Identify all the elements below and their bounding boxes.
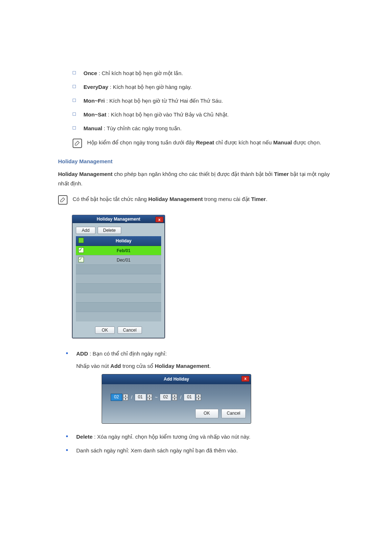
holiday-management-window: Holiday Management x Add Delete Holiday … — [72, 215, 165, 338]
holiday-header: Holiday — [86, 236, 161, 246]
hm-toolbar: Add Delete — [72, 223, 165, 236]
add-description: ADD : Bạn có thể chỉ định ngày nghỉ: Nhấ… — [65, 349, 334, 424]
ah-footer: OK Cancel — [102, 409, 251, 423]
cancel-button[interactable]: Cancel — [221, 409, 246, 418]
ah-body: 02 ▴▾ / 01 ▴▾ ~ 02 ▴▾ / 01 ▴▾ — [102, 384, 251, 409]
hm-titlebar: Holiday Management x — [72, 215, 165, 223]
select-all-checkbox[interactable] — [78, 238, 84, 243]
ok-button[interactable]: OK — [95, 327, 115, 334]
holiday-actions-list: ADD : Bạn có thể chỉ định ngày nghỉ: Nhấ… — [58, 349, 334, 455]
note-holiday-toggle: Có thể bật hoặc tắt chức năng Holiday Ma… — [58, 194, 334, 205]
option-once: Once : Chỉ kích hoạt bộ hẹn giờ một lần. — [73, 69, 334, 78]
option-mon-sat: Mon~Sat : Kích hoạt bộ hẹn giờ vào Thứ B… — [73, 110, 334, 119]
start-month-spinner[interactable]: ▴▾ — [123, 394, 128, 401]
cancel-button[interactable]: Cancel — [118, 327, 142, 334]
option-desc: : Kích hoạt bộ hẹn giờ vào Thứ Bảy và Ch… — [106, 111, 229, 118]
delete-description: Delete : Xóa ngày nghỉ. chọn hộp kiểm tư… — [65, 432, 334, 441]
add-holiday-window: Add Holiday x 02 ▴▾ / 01 ▴▾ ~ 02 ▴▾ / 01… — [102, 374, 251, 424]
holiday-cell: Dec/01 — [86, 255, 161, 265]
start-month-field[interactable]: 02 — [111, 394, 122, 401]
option-label: EveryDay — [83, 84, 108, 90]
end-day-field[interactable]: 01 — [184, 394, 195, 401]
close-icon[interactable]: x — [155, 217, 163, 222]
table-row — [76, 303, 161, 312]
option-label: Manual — [83, 125, 102, 131]
end-month-spinner[interactable]: ▴▾ — [172, 394, 177, 401]
option-manual: Manual : Tùy chỉnh các ngày trong tuần. — [73, 124, 334, 133]
table-row[interactable]: Feb/01 — [76, 246, 161, 255]
option-label: Mon~Fri — [83, 98, 105, 104]
note-icon — [73, 139, 82, 148]
note-text: Có thể bật hoặc tắt chức năng Holiday Ma… — [73, 194, 268, 204]
add-button[interactable]: Add — [76, 227, 95, 234]
holiday-management-heading: Holiday Management — [58, 158, 334, 164]
start-day-spinner[interactable]: ▴▾ — [147, 394, 152, 401]
tilde-text: ~ — [155, 394, 158, 401]
table-row — [76, 312, 161, 321]
hm-footer: OK Cancel — [72, 323, 165, 338]
table-row — [76, 284, 161, 293]
option-label: Mon~Sat — [83, 111, 106, 118]
slash-text: / — [180, 394, 181, 401]
row-checkbox[interactable] — [78, 257, 84, 262]
table-row[interactable]: Dec/01 — [76, 255, 161, 265]
end-day-spinner[interactable]: ▴▾ — [196, 394, 201, 401]
ok-button[interactable]: OK — [195, 409, 219, 418]
delete-button[interactable]: Delete — [98, 227, 121, 234]
slash-text: / — [131, 394, 132, 401]
note-text: Hộp kiểm để chọn ngày trong tuần dưới đâ… — [87, 138, 321, 147]
end-month-field[interactable]: 02 — [160, 394, 171, 401]
table-row — [76, 293, 161, 303]
holiday-cell: Feb/01 — [86, 246, 161, 255]
option-desc: : Chỉ kích hoạt bộ hẹn giờ một lần. — [97, 70, 183, 76]
holiday-table: Holiday Feb/01 Dec/01 — [76, 236, 161, 321]
list-description: Danh sách ngày nghỉ: Xem danh sách ngày … — [65, 446, 334, 455]
ah-title-text: Add Holiday — [164, 377, 189, 382]
option-desc: : Kích hoạt bộ hẹn giờ từ Thứ Hai đến Th… — [105, 98, 223, 104]
table-row — [76, 265, 161, 274]
hm-title-text: Holiday Management — [97, 217, 140, 222]
repeat-options-list: Once : Chỉ kích hoạt bộ hẹn giờ một lần.… — [58, 69, 334, 133]
holiday-management-intro: Holiday Management cho phép bạn ngăn khô… — [58, 169, 334, 188]
option-label: Once — [83, 70, 97, 76]
option-mon-fri: Mon~Fri : Kích hoạt bộ hẹn giờ từ Thứ Ha… — [73, 97, 334, 105]
start-day-field[interactable]: 01 — [135, 394, 146, 401]
table-header-row: Holiday — [76, 236, 161, 246]
close-icon[interactable]: x — [241, 376, 249, 382]
note-icon — [58, 195, 68, 205]
ah-titlebar: Add Holiday x — [102, 374, 251, 384]
option-desc: : Tùy chỉnh các ngày trong tuần. — [102, 125, 182, 131]
table-row — [76, 274, 161, 284]
option-everyday: EveryDay : Kích hoạt bộ hẹn giờ hàng ngà… — [73, 83, 334, 91]
option-desc: : Kích hoạt bộ hẹn giờ hàng ngày. — [108, 84, 192, 90]
note-repeat-manual: Hộp kiểm để chọn ngày trong tuần dưới đâ… — [73, 138, 334, 148]
row-checkbox[interactable] — [78, 247, 84, 253]
